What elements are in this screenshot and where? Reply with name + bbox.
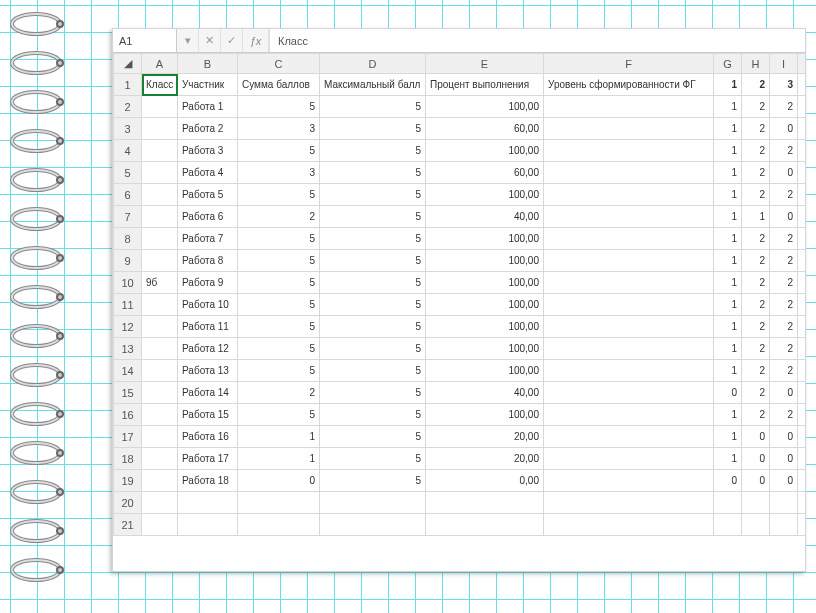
cell[interactable] (544, 272, 714, 294)
cell[interactable] (544, 470, 714, 492)
cell[interactable] (142, 250, 178, 272)
cell[interactable]: 2 (742, 272, 770, 294)
cell[interactable]: 20,00 (426, 448, 544, 470)
cell[interactable]: 2 (742, 74, 770, 96)
cell[interactable]: 2 (238, 382, 320, 404)
grid-area[interactable]: ◢ ABCDEFGHIJ 1КлассУчастникСумма балловМ… (113, 53, 805, 571)
cell[interactable] (178, 514, 238, 536)
cell[interactable]: 0 (770, 426, 798, 448)
cell[interactable]: 1 (714, 294, 742, 316)
cell[interactable]: 5 (238, 250, 320, 272)
cell[interactable] (798, 470, 806, 492)
cell[interactable]: 0 (714, 470, 742, 492)
cell[interactable]: 3 (238, 162, 320, 184)
cell[interactable] (770, 492, 798, 514)
cancel-icon[interactable]: ✕ (199, 29, 221, 52)
cell[interactable] (544, 316, 714, 338)
cell[interactable]: 100,00 (426, 228, 544, 250)
cell[interactable]: 1 (714, 250, 742, 272)
cell[interactable]: 2 (770, 360, 798, 382)
cell[interactable] (142, 140, 178, 162)
column-header[interactable]: H (742, 54, 770, 74)
cell[interactable]: 5 (320, 206, 426, 228)
cell[interactable]: 5 (320, 448, 426, 470)
cell[interactable] (544, 206, 714, 228)
cell[interactable] (544, 382, 714, 404)
cell[interactable] (544, 492, 714, 514)
cell[interactable]: 0 (742, 470, 770, 492)
row-header[interactable]: 19 (114, 470, 142, 492)
cell[interactable]: 1 (714, 404, 742, 426)
cell[interactable]: 60,00 (426, 162, 544, 184)
cell[interactable]: 2 (238, 206, 320, 228)
cell[interactable]: 0 (770, 206, 798, 228)
cell[interactable]: Участник (178, 74, 238, 96)
cell[interactable]: Работа 10 (178, 294, 238, 316)
cell[interactable] (142, 228, 178, 250)
cell[interactable] (544, 448, 714, 470)
cell[interactable]: 100,00 (426, 360, 544, 382)
cell[interactable] (544, 250, 714, 272)
cell[interactable] (544, 294, 714, 316)
cell[interactable]: 5 (320, 338, 426, 360)
cell[interactable]: 2 (742, 382, 770, 404)
cell[interactable] (320, 492, 426, 514)
row-header[interactable]: 7 (114, 206, 142, 228)
cell[interactable] (142, 96, 178, 118)
select-all-corner[interactable]: ◢ (114, 54, 142, 74)
cell[interactable]: 5 (320, 404, 426, 426)
cell[interactable] (714, 514, 742, 536)
cell[interactable] (714, 492, 742, 514)
cell[interactable] (798, 294, 806, 316)
cell[interactable]: 100,00 (426, 294, 544, 316)
cell[interactable]: 1 (714, 338, 742, 360)
row-header[interactable]: 1 (114, 74, 142, 96)
cell[interactable] (142, 514, 178, 536)
cell[interactable]: Работа 17 (178, 448, 238, 470)
cell[interactable]: Работа 9 (178, 272, 238, 294)
cell[interactable]: 2 (742, 228, 770, 250)
cell[interactable]: 2 (742, 404, 770, 426)
cell[interactable]: 2 (742, 118, 770, 140)
cell[interactable] (142, 492, 178, 514)
cell[interactable] (798, 272, 806, 294)
name-box[interactable]: A1 (113, 29, 177, 52)
row-header[interactable]: 16 (114, 404, 142, 426)
cell[interactable] (544, 184, 714, 206)
cell[interactable]: Работа 7 (178, 228, 238, 250)
cell[interactable]: Максимальный балл (320, 74, 426, 96)
cell[interactable]: 5 (238, 360, 320, 382)
cell[interactable] (798, 118, 806, 140)
cell[interactable]: 1 (714, 206, 742, 228)
cell[interactable]: 0 (742, 426, 770, 448)
row-header[interactable]: 17 (114, 426, 142, 448)
cell[interactable] (742, 492, 770, 514)
row-header[interactable]: 9 (114, 250, 142, 272)
cell[interactable] (142, 206, 178, 228)
cell[interactable] (178, 492, 238, 514)
cell[interactable] (798, 316, 806, 338)
cell[interactable]: Сумма баллов (238, 74, 320, 96)
cell[interactable]: 60,00 (426, 118, 544, 140)
cell[interactable]: 1 (238, 448, 320, 470)
row-header[interactable]: 6 (114, 184, 142, 206)
cell[interactable] (544, 514, 714, 536)
cell[interactable]: Работа 11 (178, 316, 238, 338)
cell[interactable]: 1 (714, 162, 742, 184)
cell[interactable]: 5 (320, 250, 426, 272)
column-header[interactable]: B (178, 54, 238, 74)
cell[interactable]: 2 (742, 162, 770, 184)
cell[interactable] (798, 360, 806, 382)
row-header[interactable]: 15 (114, 382, 142, 404)
column-header[interactable]: A (142, 54, 178, 74)
row-header[interactable]: 18 (114, 448, 142, 470)
cell[interactable]: Процент выполнения (426, 74, 544, 96)
cell[interactable]: 2 (742, 250, 770, 272)
cell[interactable]: 5 (238, 338, 320, 360)
cell[interactable]: 5 (320, 470, 426, 492)
cell[interactable]: 5 (320, 96, 426, 118)
cell[interactable]: 2 (742, 140, 770, 162)
cell-A1[interactable]: Класс (142, 74, 178, 96)
cell[interactable] (142, 338, 178, 360)
cell[interactable]: 0 (770, 448, 798, 470)
